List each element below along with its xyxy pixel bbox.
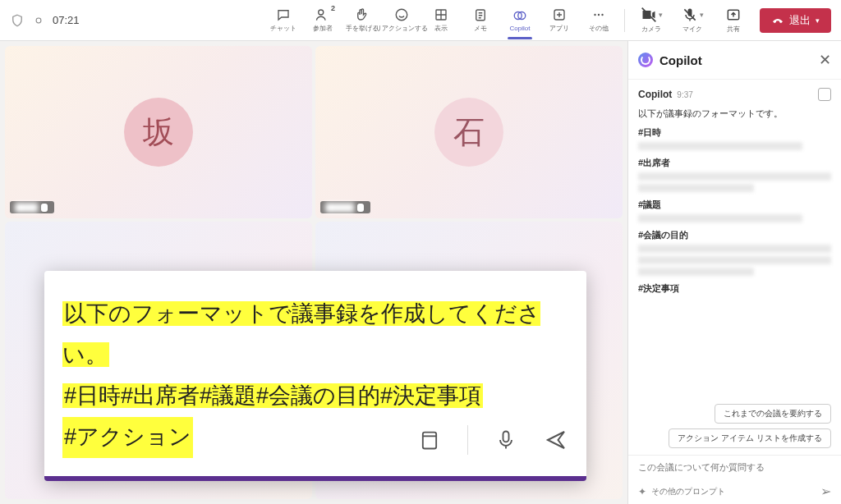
section-heading: #出席者: [638, 157, 831, 169]
mic-off-icon: [682, 7, 698, 23]
chevron-down-icon: ▾: [700, 11, 704, 19]
privacy-shield-icon[interactable]: [10, 13, 25, 28]
sparkle-icon[interactable]: ✦: [638, 486, 646, 497]
divider: [624, 9, 625, 32]
recording-dot-icon: [33, 15, 44, 26]
notebook-icon[interactable]: [418, 428, 441, 451]
toolbar-notes[interactable]: メモ: [462, 2, 499, 39]
svg-point-9: [598, 14, 600, 16]
svg-point-8: [594, 14, 595, 16]
microphone-icon[interactable]: [494, 428, 517, 451]
toolbar-react[interactable]: リアクションする: [383, 2, 420, 39]
grid-icon: [434, 7, 448, 22]
svg-point-1: [319, 10, 324, 15]
participant-tile[interactable]: 坂 ████: [5, 46, 312, 218]
copy-icon[interactable]: [818, 88, 831, 101]
section-heading: #会議の目的: [638, 229, 831, 241]
copilot-messages: Copilot 9:37 以下が議事録のフォーマットです。 #日時 #出席者 #…: [628, 80, 841, 397]
meeting-topbar: 07:21 チャット 2 参加者 手を挙げる リアクションする 表示 メモ: [0, 0, 841, 41]
toolbar-view[interactable]: 表示: [422, 2, 460, 39]
copilot-panel: Copilot ✕ Copilot 9:37 以下が議事録のフォーマットです。 …: [627, 41, 841, 504]
svg-rect-15: [423, 432, 436, 448]
svg-point-0: [36, 18, 41, 23]
more-prompts-link[interactable]: その他のプロンプト: [651, 486, 816, 497]
copilot-panel-title: Copilot: [659, 53, 819, 67]
send-icon[interactable]: [544, 428, 568, 452]
prompt-overlay-card: 以下のフォーマットで議事録を作成してください。 #日時#出席者#議題#会議の目的…: [44, 271, 586, 481]
avatar: 石: [434, 98, 503, 167]
participant-tile[interactable]: 石 █████: [315, 46, 623, 218]
message-time: 9:37: [677, 90, 692, 99]
toolbar-more[interactable]: その他: [580, 2, 618, 39]
svg-point-2: [396, 9, 407, 21]
share-icon: [725, 7, 742, 23]
close-icon[interactable]: ✕: [819, 51, 831, 69]
divider: [467, 425, 468, 455]
camera-off-icon: [641, 7, 657, 23]
svg-rect-16: [503, 431, 509, 442]
mic-tiny-icon: [357, 204, 364, 212]
chevron-down-icon: ▾: [659, 11, 663, 19]
share-control[interactable]: 共有: [714, 7, 753, 34]
hand-icon: [355, 7, 370, 22]
copilot-logo-icon: [638, 53, 653, 67]
participant-name-tag: █████: [320, 201, 370, 213]
suggestion-chip[interactable]: アクション アイテム リストを作成する: [669, 428, 831, 448]
prompt-text-line3: #アクション: [62, 417, 193, 458]
more-icon: [591, 7, 606, 22]
toolbar-copilot[interactable]: Copilot: [501, 2, 539, 39]
toolbar-apps[interactable]: アプリ: [540, 2, 578, 39]
prompt-text-line2: #日時#出席者#議題#会議の目的#決定事項: [62, 383, 483, 408]
avatar: 坂: [124, 98, 193, 167]
prompt-text-line1: 以下のフォーマットで議事録を作成してください。: [62, 301, 540, 367]
section-heading: #日時: [638, 126, 831, 139]
chevron-down-icon: ▾: [816, 16, 820, 25]
mic-tiny-icon: [41, 204, 48, 212]
message-intro: 以下が議事録のフォーマットです。: [638, 108, 831, 120]
leave-button[interactable]: 退出 ▾: [760, 8, 831, 33]
toolbar-chat[interactable]: チャット: [264, 2, 302, 39]
camera-control[interactable]: ▾ カメラ: [632, 7, 671, 34]
phone-down-icon: [771, 14, 784, 27]
notes-icon: [473, 7, 488, 22]
section-heading: #決定事項: [638, 282, 831, 295]
suggestion-chip[interactable]: これまでの会議を要約する: [715, 404, 831, 424]
copilot-input[interactable]: [638, 462, 831, 472]
section-heading: #議題: [638, 199, 831, 211]
mic-control[interactable]: ▾ マイク: [673, 7, 712, 34]
participant-name-tag: ████: [10, 201, 54, 213]
apps-icon: [552, 7, 567, 22]
smile-icon: [394, 7, 409, 22]
chat-icon: [276, 7, 291, 22]
svg-point-10: [601, 14, 603, 16]
send-icon[interactable]: ➢: [820, 483, 831, 499]
toolbar-participants[interactable]: 2 参加者: [304, 2, 342, 39]
message-sender: Copilot: [638, 89, 672, 100]
meeting-timer: 07:21: [53, 14, 80, 26]
people-icon: 2: [315, 7, 330, 22]
copilot-icon: [512, 8, 527, 23]
